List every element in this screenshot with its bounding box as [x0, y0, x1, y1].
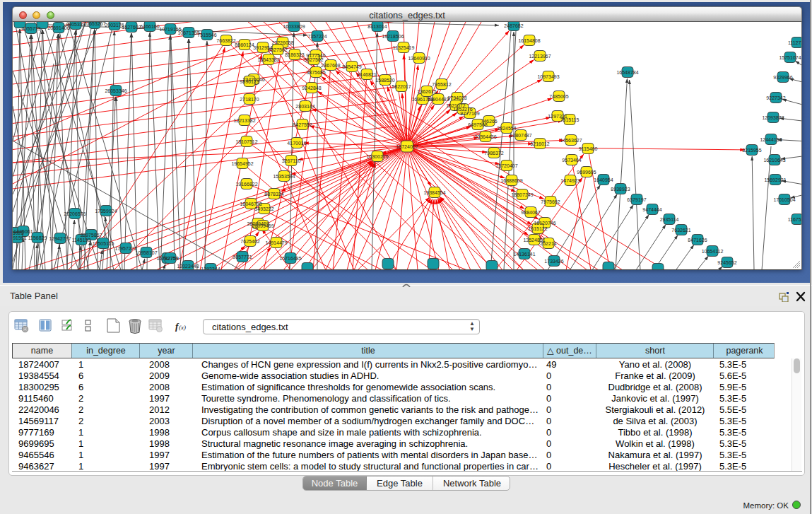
- svg-text:7485005: 7485005: [549, 94, 568, 99]
- svg-text:1156829: 1156829: [28, 235, 47, 240]
- svg-text:8413014: 8413014: [367, 24, 387, 29]
- svg-text:15353594: 15353594: [273, 174, 295, 179]
- svg-text:14914479: 14914479: [265, 240, 287, 245]
- svg-text:9573404: 9573404: [562, 158, 581, 163]
- svg-text:7357224: 7357224: [307, 34, 326, 39]
- svg-text:13640910: 13640910: [408, 56, 430, 61]
- svg-text:1527602: 1527602: [122, 25, 141, 30]
- svg-text:7986372: 7986372: [484, 151, 503, 156]
- svg-text:1112733: 1112733: [788, 40, 802, 45]
- svg-text:2487682: 2487682: [504, 23, 523, 28]
- svg-text:26053346: 26053346: [105, 88, 126, 93]
- svg-text:16120746: 16120746: [534, 221, 555, 226]
- svg-text:9115460: 9115460: [579, 146, 598, 151]
- svg-text:18107512: 18107512: [235, 139, 257, 144]
- svg-text:7632621: 7632621: [671, 228, 690, 233]
- svg-text:6379197: 6379197: [627, 197, 646, 202]
- svg-text:32975867: 32975867: [80, 233, 102, 238]
- svg-text:2367608: 2367608: [321, 63, 340, 68]
- svg-text:10654112: 10654112: [702, 249, 724, 254]
- svg-text:3267110: 3267110: [282, 158, 301, 163]
- svg-text:20364436: 20364436: [474, 134, 496, 139]
- svg-text:9391591: 9391591: [13, 235, 27, 240]
- svg-text:10653267: 10653267: [83, 22, 105, 26]
- svg-text:10958107: 10958107: [135, 250, 157, 255]
- svg-text:4170016: 4170016: [287, 141, 306, 146]
- svg-text:9474444: 9474444: [642, 207, 661, 212]
- svg-text:1145193: 1145193: [72, 238, 91, 243]
- svg-text:3824554: 3824554: [497, 126, 516, 131]
- svg-text:10671355: 10671355: [177, 30, 199, 35]
- svg-text:9327502: 9327502: [268, 47, 287, 52]
- svg-text:(x): (x): [179, 324, 186, 331]
- svg-text:12444153: 12444153: [760, 137, 782, 142]
- svg-text:8215955: 8215955: [742, 148, 761, 153]
- svg-text:7515115: 7515115: [560, 117, 579, 122]
- svg-text:1362615: 1362615: [417, 89, 436, 94]
- svg-text:23226058: 23226058: [271, 40, 293, 45]
- svg-text:1640954: 1640954: [594, 177, 613, 182]
- svg-text:19384554: 19384554: [423, 190, 445, 195]
- svg-text:16543382: 16543382: [257, 57, 279, 62]
- svg-text:12942737: 12942737: [49, 236, 71, 241]
- svg-text:7663822: 7663822: [216, 38, 235, 43]
- svg-text:7515546: 7515546: [197, 33, 216, 37]
- svg-text:9327502: 9327502: [304, 57, 323, 62]
- svg-text:8427552: 8427552: [293, 122, 312, 127]
- svg-text:6794028: 6794028: [447, 95, 466, 100]
- svg-text:4055713: 4055713: [21, 26, 40, 31]
- svg-text:16033809: 16033809: [283, 24, 305, 29]
- svg-text:8454749: 8454749: [342, 64, 361, 69]
- svg-text:6216012: 6216012: [530, 141, 549, 146]
- svg-text:1474923: 1474923: [560, 178, 579, 183]
- svg-text:252214: 252214: [540, 241, 556, 246]
- svg-text:7955812: 7955812: [432, 82, 451, 87]
- svg-text:6497508: 6497508: [468, 122, 487, 127]
- svg-text:9699695: 9699695: [577, 170, 596, 175]
- svg-text:17359924: 17359924: [95, 209, 117, 214]
- svg-text:20206576: 20206576: [64, 211, 86, 216]
- svg-text:8186323: 8186323: [285, 52, 304, 57]
- svg-text:9884067: 9884067: [521, 210, 540, 215]
- svg-text:15751074: 15751074: [779, 55, 801, 60]
- svg-text:2803144: 2803144: [295, 104, 314, 109]
- svg-text:1615122: 1615122: [528, 226, 547, 231]
- svg-text:14563627: 14563627: [560, 138, 582, 143]
- svg-text:9227342: 9227342: [766, 95, 785, 100]
- svg-text:12213967: 12213967: [529, 54, 551, 59]
- svg-text:3493222: 3493222: [254, 206, 273, 211]
- svg-text:2935114: 2935114: [660, 217, 679, 222]
- svg-text:9245652: 9245652: [717, 260, 736, 265]
- svg-text:1588520: 1588520: [375, 78, 394, 83]
- svg-text:12505115: 12505115: [93, 241, 114, 246]
- svg-text:8660124: 8660124: [235, 42, 254, 47]
- svg-text:7625402: 7625402: [240, 239, 259, 244]
- svg-text:1453276: 1453276: [453, 107, 472, 112]
- svg-text:9146821: 9146821: [357, 72, 376, 77]
- svg-text:1167533: 1167533: [788, 217, 802, 222]
- svg-text:15720407: 15720407: [495, 163, 517, 168]
- svg-text:11325419: 11325419: [393, 45, 415, 50]
- svg-text:8471626: 8471626: [688, 238, 707, 243]
- svg-text:1435061: 1435061: [13, 229, 33, 234]
- svg-text:19654952: 19654952: [231, 161, 253, 166]
- svg-text:6466160: 6466160: [140, 24, 159, 29]
- svg-text:15692921: 15692921: [764, 177, 786, 182]
- svg-text:18807249: 18807249: [511, 192, 533, 197]
- svg-text:16210643: 16210643: [763, 158, 785, 163]
- svg-text:17957272: 17957272: [114, 246, 136, 251]
- svg-text:16046798: 16046798: [240, 201, 261, 206]
- svg-text:16888609: 16888609: [500, 178, 522, 183]
- svg-text:5822017: 5822017: [392, 84, 411, 89]
- svg-text:1733426: 1733426: [544, 259, 563, 264]
- svg-text:9905339: 9905339: [66, 22, 85, 27]
- svg-text:9857771: 9857771: [233, 255, 252, 259]
- svg-text:12093872: 12093872: [762, 115, 784, 120]
- svg-text:10973493: 10973493: [537, 74, 559, 79]
- svg-text:19166822: 19166822: [235, 182, 257, 187]
- svg-text:9896123: 9896123: [240, 79, 259, 84]
- svg-text:12023448: 12023448: [177, 264, 199, 269]
- svg-text:8938923: 8938923: [611, 187, 630, 192]
- svg-text:9329966: 9329966: [773, 75, 792, 80]
- svg-text:19904483: 19904483: [427, 97, 449, 102]
